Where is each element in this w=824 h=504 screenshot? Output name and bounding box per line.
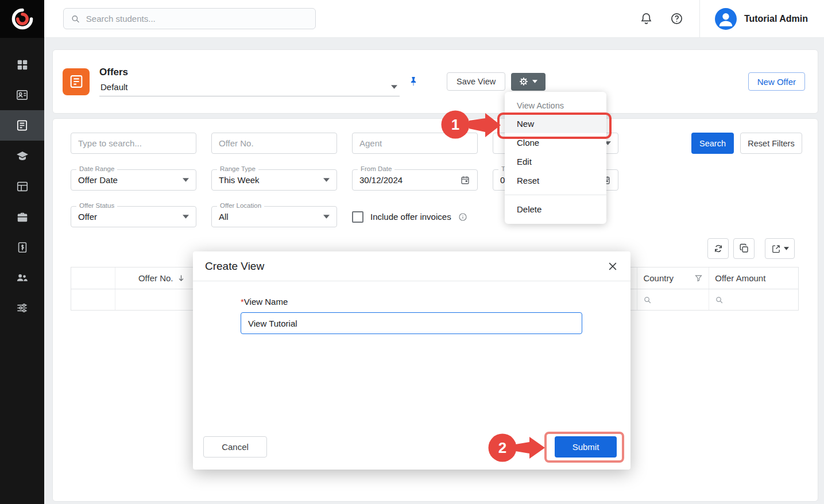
- keyword-filter-input[interactable]: [71, 133, 196, 154]
- sidebar-item-education[interactable]: [0, 141, 44, 171]
- student-search[interactable]: [63, 8, 316, 29]
- offer-no-filter-input[interactable]: [211, 133, 337, 154]
- menu-item-delete[interactable]: Delete: [505, 200, 606, 219]
- offers-module-icon: [63, 68, 90, 95]
- view-actions-gear-button[interactable]: [511, 73, 546, 91]
- agent-filter-input[interactable]: [352, 133, 478, 154]
- grid-header-country[interactable]: Country: [637, 267, 709, 289]
- copy-button[interactable]: [733, 238, 755, 259]
- user-avatar[interactable]: [715, 8, 737, 30]
- cancel-button[interactable]: Cancel: [203, 436, 267, 458]
- range-type-value: This Week: [219, 175, 260, 185]
- chevron-down-icon: [391, 85, 397, 89]
- student-search-input[interactable]: [86, 14, 308, 24]
- refresh-icon: [713, 243, 724, 254]
- offer-location-select[interactable]: Offer Location All: [211, 206, 337, 227]
- modal-footer: Cancel Submit: [203, 436, 617, 458]
- chevron-down-icon: [183, 215, 189, 219]
- notifications-bell-icon[interactable]: [640, 12, 653, 25]
- logo-icon: [10, 6, 35, 32]
- menu-item-reset[interactable]: Reset: [505, 171, 606, 190]
- menu-item-clone[interactable]: Clone: [505, 133, 606, 152]
- offers-header-card: Offers Default Save View New Offer: [52, 49, 818, 114]
- view-actions-menu-header: View Actions: [505, 97, 606, 114]
- view-name-label: *View Name: [241, 297, 582, 307]
- from-date-value: 30/12/2024: [359, 175, 403, 185]
- chevron-down-icon: [183, 178, 189, 182]
- filter-funnel-icon[interactable]: [694, 274, 703, 282]
- range-type-select[interactable]: Range Type This Week: [211, 169, 337, 191]
- grid-toolbar: [707, 238, 795, 259]
- menu-item-new[interactable]: New: [505, 114, 606, 133]
- range-type-label: Range Type: [217, 165, 258, 172]
- new-offer-button[interactable]: New Offer: [748, 72, 805, 91]
- briefcase-icon: [16, 211, 29, 223]
- offer-status-value: Offer: [78, 212, 97, 222]
- gear-icon: [519, 77, 528, 86]
- topbar: Tutorial Admin: [44, 0, 824, 38]
- view-name-input[interactable]: [241, 312, 582, 334]
- date-range-select[interactable]: Date Range Offer Date: [71, 169, 196, 191]
- offer-status-label: Offer Status: [76, 202, 117, 209]
- filter-row-2: Date Range Offer Date Range Type This We…: [71, 169, 802, 191]
- filter-cell-offer-amount[interactable]: [709, 289, 798, 310]
- modal-title: Create View: [205, 260, 264, 273]
- offer-location-label: Offer Location: [217, 202, 264, 209]
- search-button[interactable]: Search: [691, 133, 734, 154]
- from-date-label: From Date: [358, 165, 394, 172]
- sidebar-item-dashboard[interactable]: [0, 49, 44, 80]
- chevron-down-icon: [323, 215, 330, 219]
- sidebar-item-settings[interactable]: [0, 293, 44, 323]
- include-invoices-label: Include offer invoices: [370, 212, 451, 222]
- menu-divider: [505, 195, 606, 195]
- offer-location-value: All: [219, 212, 229, 222]
- sidebar-item-services[interactable]: [0, 201, 44, 232]
- close-icon[interactable]: [607, 261, 618, 272]
- from-date-input[interactable]: From Date 30/12/2024: [352, 169, 478, 191]
- sort-descending-icon[interactable]: [177, 274, 185, 282]
- sidebar-item-invoices[interactable]: [0, 232, 44, 262]
- offers-icon: [16, 119, 29, 132]
- view-actions-menu: View Actions New Clone Edit Reset Delete: [505, 92, 606, 224]
- sidebar-nav: [0, 38, 44, 323]
- pin-view-icon[interactable]: [408, 76, 419, 87]
- view-selector-value: Default: [100, 82, 128, 92]
- export-button[interactable]: [765, 238, 795, 259]
- sidebar-item-offers[interactable]: [0, 110, 44, 141]
- include-invoices-checkbox[interactable]: [352, 211, 363, 223]
- people-icon: [16, 271, 29, 284]
- export-icon: [771, 244, 781, 254]
- sidebar: [0, 0, 44, 504]
- chevron-down-icon: [532, 80, 537, 83]
- include-invoices-group: Include offer invoices: [352, 206, 467, 227]
- title-block: Offers Default: [99, 67, 400, 96]
- copy-icon: [739, 243, 749, 254]
- search-icon: [71, 14, 80, 24]
- filter-cell-select: [71, 289, 115, 310]
- grid-header-offer-amount[interactable]: Offer Amount: [709, 267, 798, 289]
- chevron-down-icon: [323, 178, 330, 182]
- save-view-button[interactable]: Save View: [447, 72, 505, 91]
- submit-button[interactable]: Submit: [555, 436, 617, 458]
- modal-body: *View Name: [193, 281, 630, 334]
- sidebar-item-boards[interactable]: [0, 171, 44, 201]
- page-title: Offers: [99, 67, 400, 78]
- user-name: Tutorial Admin: [744, 14, 808, 24]
- date-range-label: Date Range: [76, 165, 117, 172]
- info-icon[interactable]: [458, 212, 467, 222]
- app-logo[interactable]: [0, 0, 44, 38]
- view-selector[interactable]: Default: [99, 81, 400, 96]
- menu-item-edit[interactable]: Edit: [505, 152, 606, 171]
- filter-cell-offer-no[interactable]: [115, 289, 197, 310]
- topbar-divider: [699, 0, 700, 38]
- refresh-button[interactable]: [707, 238, 729, 259]
- reset-filters-button[interactable]: Reset Filters: [740, 133, 802, 154]
- offer-status-select[interactable]: Offer Status Offer: [71, 206, 196, 227]
- sidebar-item-partners[interactable]: [0, 262, 44, 293]
- grid-header-offer-no[interactable]: Offer No.: [115, 267, 197, 289]
- sidebar-item-contacts[interactable]: [0, 80, 44, 110]
- help-icon[interactable]: [670, 12, 683, 25]
- graduation-cap-icon: [16, 149, 29, 163]
- contacts-icon: [16, 88, 29, 102]
- filter-cell-country[interactable]: [637, 289, 709, 310]
